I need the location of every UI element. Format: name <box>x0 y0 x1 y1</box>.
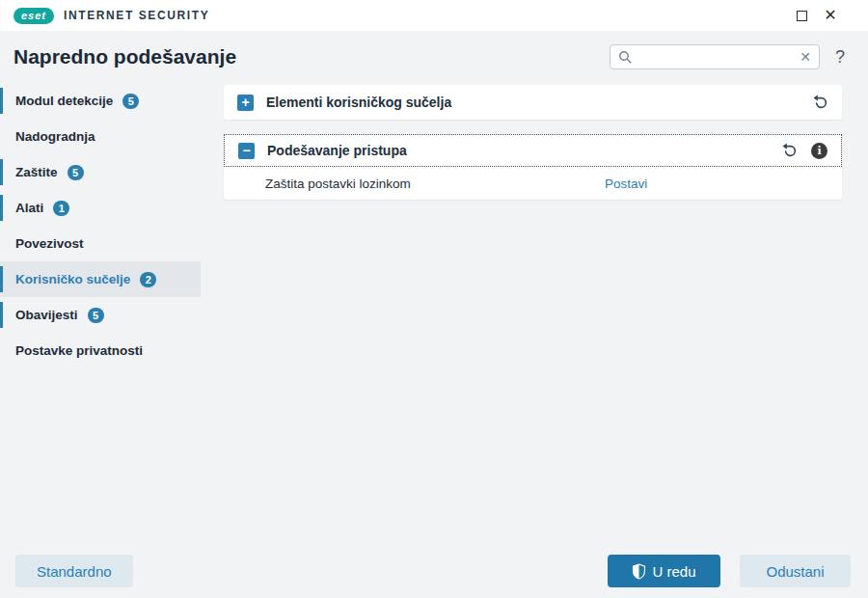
sidebar-item-obavijesti[interactable]: Obavijesti 5 <box>0 297 201 333</box>
accent-bar <box>0 266 3 292</box>
search-input[interactable] <box>633 50 800 65</box>
sidebar-item-alati[interactable]: Alati 1 <box>0 190 201 226</box>
sidebar-item-korisnicko-sucelje[interactable]: Korisničko sučelje 2 <box>0 261 201 297</box>
notification-badge: 2 <box>140 272 156 287</box>
sidebar-item-label: Alati <box>15 201 43 215</box>
maximize-icon <box>797 11 807 21</box>
notification-badge: 1 <box>53 201 69 216</box>
accent-bar <box>0 302 3 328</box>
notification-badge: 5 <box>88 308 104 323</box>
collapse-icon[interactable]: − <box>238 143 255 159</box>
ok-button-label: U redu <box>652 563 695 580</box>
accent-bar <box>0 88 3 114</box>
body: Modul detekcije 5 Nadogradnja Zaštite 5 … <box>0 83 868 598</box>
accent-bar <box>0 159 3 185</box>
help-icon[interactable]: ? <box>835 47 845 68</box>
eset-advanced-setup-window: eset INTERNET SECURITY ✕ Napredno podeša… <box>0 0 868 598</box>
sidebar-item-label: Modul detekcije <box>15 94 113 108</box>
section-title: Elementi korisničkog sučelja <box>266 95 451 110</box>
undo-icon[interactable] <box>780 142 798 159</box>
sidebar-item-povezivost[interactable]: Povezivost <box>0 226 201 261</box>
footer: Standardno U redu Odustani <box>15 555 851 587</box>
setting-row-password-protection: Zaštita postavki lozinkom Postavi <box>224 167 842 200</box>
sidebar-item-label: Korisničko sučelje <box>15 272 130 286</box>
search-clear-icon[interactable]: ✕ <box>800 50 811 64</box>
postavi-link[interactable]: Postavi <box>605 177 647 191</box>
cancel-button[interactable]: Odustani <box>740 555 851 587</box>
sidebar: Modul detekcije 5 Nadogradnja Zaštite 5 … <box>0 83 201 598</box>
main-content: + Elementi korisničkog sučelja <box>224 83 842 598</box>
setting-label: Zaštita postavki lozinkom <box>265 177 605 191</box>
titlebar: eset INTERNET SECURITY ✕ <box>0 0 868 31</box>
section-header[interactable]: − Podešavanje pristupa i <box>224 134 842 167</box>
sidebar-item-label: Nadogradnja <box>15 129 95 144</box>
page-title: Napredno podešavanje <box>14 45 236 68</box>
section-title: Podešavanje pristupa <box>267 143 407 158</box>
sidebar-item-nadogradnja[interactable]: Nadogradnja <box>0 119 201 154</box>
section-podesavanje-pristupa: − Podešavanje pristupa i <box>224 134 842 200</box>
default-button[interactable]: Standardno <box>15 555 133 587</box>
notification-badge: 5 <box>122 94 139 109</box>
header: Napredno podešavanje ✕ ? <box>0 31 868 83</box>
info-icon[interactable]: i <box>811 143 827 159</box>
section-elementi-korisnickog-sucelja: + Elementi korisničkog sučelja <box>224 85 842 120</box>
accent-bar <box>0 195 3 221</box>
maximize-button[interactable] <box>787 3 816 28</box>
uac-shield-icon <box>632 563 646 580</box>
eset-logo: eset <box>14 8 54 24</box>
notification-badge: 5 <box>68 165 84 180</box>
sidebar-item-zastite[interactable]: Zaštite 5 <box>0 154 201 190</box>
sidebar-item-label: Obavijesti <box>15 308 78 322</box>
expand-icon[interactable]: + <box>237 95 254 111</box>
undo-icon[interactable] <box>811 94 828 111</box>
search-box[interactable]: ✕ <box>610 44 820 69</box>
search-icon <box>618 50 633 65</box>
sidebar-item-modul-detekcije[interactable]: Modul detekcije 5 <box>0 83 201 119</box>
sidebar-item-label: Povezivost <box>15 236 84 251</box>
brand-title: INTERNET SECURITY <box>64 9 209 22</box>
close-button[interactable]: ✕ <box>816 3 845 28</box>
sidebar-item-label: Postavke privatnosti <box>15 343 143 358</box>
sidebar-item-postavke-privatnosti[interactable]: Postavke privatnosti <box>0 333 201 368</box>
section-header[interactable]: + Elementi korisničkog sučelja <box>224 85 842 120</box>
ok-button[interactable]: U redu <box>608 555 720 587</box>
sidebar-item-label: Zaštite <box>15 165 58 179</box>
